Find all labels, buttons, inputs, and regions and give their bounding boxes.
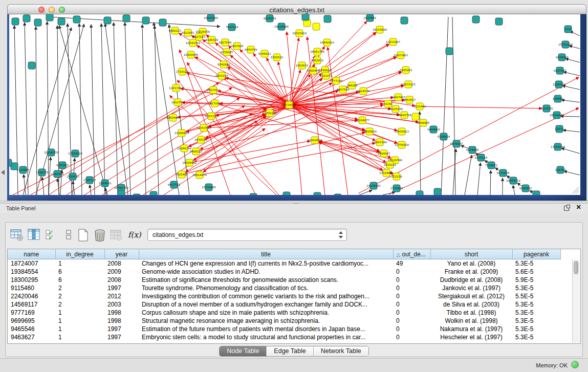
cell-pagerank[interactable]: 5.9E-5	[512, 276, 560, 284]
table-row[interactable]: 946554611997Estimation of the future num…	[8, 325, 560, 333]
cell-title[interactable]: Estimation of significance thresholds fo…	[139, 276, 393, 284]
graph-node[interactable]	[416, 191, 423, 195]
graph-node[interactable]	[533, 191, 540, 195]
graph-node[interactable]	[401, 17, 408, 24]
network-window-titlebar[interactable]: citations_edges.txt	[7, 4, 586, 14]
graph-node[interactable]	[302, 14, 309, 20]
table-row[interactable]: 946362711997Embryonic stem cells: a mode…	[8, 333, 560, 341]
cell-in_degree[interactable]: 1	[55, 259, 104, 268]
tab-network-table[interactable]: Network Table	[314, 346, 368, 356]
network-graph[interactable]: 1872400718300295193845548860123891295518…	[9, 14, 580, 195]
cell-in_degree[interactable]: 2	[55, 284, 104, 292]
cell-name[interactable]: 9699695	[8, 317, 55, 325]
graph-node[interactable]	[334, 194, 341, 195]
cell-title[interactable]: Investigating the contribution of common…	[139, 292, 393, 300]
column-header-short[interactable]: short	[430, 249, 512, 259]
graph-node[interactable]	[23, 15, 30, 22]
cell-title[interactable]: Disruption of a novel member of a sodium…	[139, 300, 393, 309]
cell-out_degree[interactable]: 49	[393, 259, 430, 268]
cell-in_degree[interactable]: 1	[55, 333, 104, 341]
graph-node[interactable]	[104, 17, 111, 24]
column-header-year[interactable]: year	[104, 249, 139, 259]
cell-pagerank[interactable]: 5.3E-5	[512, 300, 560, 309]
cell-pagerank[interactable]: 5.5E-5	[512, 292, 560, 300]
cell-out_degree[interactable]: 0	[393, 309, 430, 317]
cell-pagerank[interactable]: 5.3E-5	[512, 259, 560, 268]
tab-edge-table[interactable]: Edge Table	[267, 346, 313, 356]
graph-node-selected[interactable]	[313, 23, 320, 30]
select-rows-icon[interactable]: ✓✓	[45, 228, 58, 243]
graph-node[interactable]	[495, 18, 503, 25]
graph-node[interactable]	[34, 19, 41, 26]
cell-pagerank[interactable]: 5.3E-5	[512, 317, 560, 325]
graph-node[interactable]	[446, 48, 453, 55]
memory-status-indicator[interactable]	[571, 361, 579, 368]
table-row[interactable]: 969969511998Structural magnetic resonanc…	[8, 317, 560, 325]
cell-short[interactable]: Tibbo et al. (1998)	[430, 309, 512, 317]
cell-name[interactable]: 18300295	[8, 276, 55, 284]
graph-node[interactable]	[9, 159, 12, 166]
cell-in_degree[interactable]: 2	[55, 292, 104, 300]
cell-year[interactable]: 2008	[104, 259, 139, 268]
cell-out_degree[interactable]: 0	[393, 284, 430, 292]
cell-out_degree[interactable]: 0	[393, 300, 430, 309]
cell-name[interactable]: 18724007	[8, 259, 55, 268]
tab-node-table[interactable]: Node Table	[220, 346, 267, 356]
graph-node[interactable]	[118, 190, 125, 195]
float-panel-icon[interactable]	[564, 206, 569, 211]
delete-table-icon[interactable]	[93, 228, 106, 243]
table-row[interactable]: 977716911998Corpus callosum shape and si…	[8, 309, 560, 317]
graph-node[interactable]	[28, 62, 35, 69]
network-selector-dropdown[interactable]: citations_edges.txt	[147, 229, 347, 241]
cell-out_degree[interactable]: 0	[393, 268, 430, 276]
cell-short[interactable]: Jankovic et al. (1997)	[430, 284, 512, 292]
cell-year[interactable]: 2009	[104, 268, 139, 276]
cell-pagerank[interactable]: 5.3E-5	[512, 333, 560, 341]
cell-title[interactable]: Changes of HCN gene expression and I(f) …	[139, 259, 393, 268]
table-row[interactable]: 911546021997Tourette syndrome. Phenomeno…	[8, 284, 560, 292]
table-row[interactable]: 1938455462009Genome-wide association stu…	[8, 268, 560, 276]
cell-short[interactable]: de Silva et al. (2003)	[430, 300, 512, 309]
cell-name[interactable]: 14569117	[8, 300, 55, 309]
cell-year[interactable]: 2003	[104, 300, 139, 309]
table-row[interactable]: 1872400712008Changes of HCN gene express…	[8, 259, 560, 268]
cell-name[interactable]: 9465546	[8, 325, 55, 333]
cell-short[interactable]: Stergiakouli et al. (2012)	[430, 292, 512, 300]
cell-out_degree[interactable]: 0	[393, 276, 430, 284]
table-row[interactable]: 2242004622012Investigating the contribut…	[8, 292, 560, 300]
cell-year[interactable]: 1997	[104, 325, 139, 333]
cell-name[interactable]: 22420046	[8, 292, 55, 300]
cell-in_degree[interactable]: 1	[55, 325, 104, 333]
cell-year[interactable]: 2008	[104, 276, 139, 284]
cell-pagerank[interactable]: 5.6E-5	[512, 268, 560, 276]
table-row[interactable]: 1456911722003Disruption of a novel membe…	[8, 300, 560, 309]
cell-title[interactable]: Embryonic stem cells: a model to study s…	[139, 333, 393, 341]
cell-out_degree[interactable]: 0	[393, 317, 430, 325]
table-settings-icon[interactable]	[10, 228, 24, 243]
close-panel-icon[interactable]: ×	[576, 203, 581, 212]
cell-name[interactable]: 9463627	[8, 333, 55, 341]
graph-node[interactable]	[142, 17, 149, 24]
cell-pagerank[interactable]: 5.3E-5	[512, 325, 560, 333]
graph-node[interactable]	[324, 15, 331, 23]
collapse-panel-arrow-icon[interactable]	[1, 170, 5, 175]
node-table-grid[interactable]: namein_degreeyeartitle△out_de...shortpag…	[8, 249, 561, 341]
cell-in_degree[interactable]: 6	[55, 276, 104, 284]
cell-in_degree[interactable]: 2	[55, 300, 104, 309]
function-builder-icon[interactable]: f(x)	[128, 230, 141, 245]
graph-node[interactable]	[12, 18, 19, 25]
graph-node[interactable]	[46, 14, 53, 21]
cell-name[interactable]: 9777169	[8, 309, 55, 317]
cell-year[interactable]: 1998	[104, 309, 139, 317]
vertical-scrollbar[interactable]	[572, 259, 580, 343]
cell-in_degree[interactable]: 1	[55, 317, 104, 325]
cell-short[interactable]: Yano et al. (2008)	[430, 259, 512, 268]
cell-short[interactable]: Wolkin et al. (1998)	[430, 317, 512, 325]
cell-out_degree[interactable]: 0	[393, 325, 430, 333]
graph-node[interactable]	[314, 192, 321, 195]
column-header-out_de[interactable]: △out_de...	[393, 249, 430, 259]
cell-year[interactable]: 1998	[104, 317, 139, 325]
cell-out_degree[interactable]: 0	[393, 292, 430, 300]
cell-short[interactable]: Franke et al. (2009)	[430, 268, 512, 276]
cell-title[interactable]: Genome-wide association studies in ADHD.	[139, 268, 393, 276]
